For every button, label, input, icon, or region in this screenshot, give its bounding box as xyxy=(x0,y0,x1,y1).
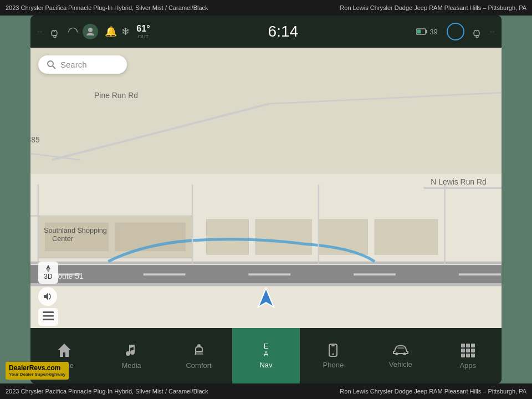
svg-rect-52 xyxy=(331,345,335,346)
svg-rect-44 xyxy=(43,311,54,313)
svg-marker-47 xyxy=(258,288,274,307)
map-display: nia State Route 885 Pine Run Rd N Lewis … xyxy=(30,48,502,328)
bottom-dealer-info-right: Ron Lewis Chrysler Dodge Jeep RAM Pleasa… xyxy=(340,388,526,395)
svg-point-54 xyxy=(403,352,406,355)
svg-point-53 xyxy=(396,352,398,355)
svg-line-40 xyxy=(53,66,55,69)
nav-nav-label: Nav xyxy=(259,361,272,369)
svg-rect-24 xyxy=(206,219,248,254)
current-location-arrow xyxy=(255,287,277,311)
top-info-bar: 2023 Chrysler Pacifica Pinnacle Plug-In … xyxy=(0,0,532,16)
search-icon xyxy=(47,60,56,69)
nav-item-nav[interactable]: E A Nav xyxy=(232,328,299,383)
svg-marker-48 xyxy=(58,344,71,357)
svg-rect-63 xyxy=(471,354,475,357)
bottom-info-bar: 2023 Chrysler Pacifica Pinnacle Plug-In … xyxy=(0,383,532,399)
svg-point-49 xyxy=(197,344,201,347)
svg-text:N Lewis Run Rd: N Lewis Run Rd xyxy=(431,177,486,186)
svg-point-1 xyxy=(88,28,93,32)
svg-point-0 xyxy=(54,35,56,38)
nav-media-label: Media xyxy=(121,361,141,370)
svg-rect-3 xyxy=(426,30,427,33)
svg-rect-4 xyxy=(417,30,421,34)
map-sound-button[interactable] xyxy=(38,287,57,306)
compass-up-icon xyxy=(44,265,53,273)
svg-marker-42 xyxy=(46,268,50,273)
nav-comfort-label: Comfort xyxy=(186,361,211,370)
home-icon xyxy=(57,342,72,358)
map-3d-label: 3D xyxy=(44,273,52,280)
map-menu-button[interactable] xyxy=(38,308,58,326)
svg-rect-57 xyxy=(471,344,475,347)
svg-rect-14 xyxy=(248,273,290,275)
svg-rect-61 xyxy=(461,354,465,357)
nav-item-comfort[interactable]: Comfort xyxy=(165,328,232,383)
svg-rect-11 xyxy=(30,283,502,286)
svg-point-51 xyxy=(332,353,334,355)
map-3d-button[interactable]: 3D xyxy=(38,262,58,284)
svg-marker-43 xyxy=(44,293,48,300)
svg-rect-25 xyxy=(255,219,311,254)
nav-item-phone[interactable]: Phone xyxy=(300,328,367,383)
top-vehicle-info-left: 2023 Chrysler Pacifica Pinnacle Plug-In … xyxy=(6,4,208,11)
seat-heat-left-icon[interactable] xyxy=(47,23,63,40)
nav-vehicle-label: Vehicle xyxy=(389,360,412,369)
comfort-seat-icon xyxy=(191,342,207,358)
svg-text:Pine Run Rd: Pine Run Rd xyxy=(94,91,138,100)
top-dealer-info-right: Ron Lewis Chrysler Dodge Jeep RAM Pleasa… xyxy=(340,4,526,11)
svg-text:Center: Center xyxy=(52,235,73,243)
bottom-vehicle-info-left: 2023 Chrysler Pacifica Pinnacle Plug-In … xyxy=(6,388,208,395)
watermark-logo: DealerRevs.com Your Dealer SuperHighway xyxy=(6,362,69,380)
music-note-icon xyxy=(124,342,139,358)
svg-point-5 xyxy=(476,35,478,38)
map-search-bar[interactable]: Search xyxy=(38,55,127,74)
user-profile-icon[interactable] xyxy=(83,24,98,39)
svg-rect-13 xyxy=(144,273,186,275)
notification-bell-icon[interactable]: 🔔 xyxy=(105,25,117,38)
nav-item-media[interactable]: Media xyxy=(98,328,165,383)
range-display: 39 xyxy=(416,28,437,36)
nav-apps-label: Apps xyxy=(459,361,476,370)
svg-rect-55 xyxy=(461,344,465,347)
svg-rect-10 xyxy=(30,262,502,264)
svg-rect-60 xyxy=(471,349,475,352)
nav-ea-display: E A xyxy=(264,342,269,357)
status-bar: -- ◠ 🔔 ❄ 61° OUT xyxy=(30,16,502,48)
svg-rect-27 xyxy=(375,219,438,254)
car-infotainment-screen: -- ◠ 🔔 ❄ 61° OUT xyxy=(30,16,502,383)
status-circle-indicator xyxy=(447,23,464,40)
climate-fan-icon[interactable]: ❄ xyxy=(121,25,130,38)
hamburger-menu-icon xyxy=(43,311,54,320)
svg-rect-62 xyxy=(466,354,470,357)
svg-rect-16 xyxy=(459,273,501,275)
steering-wheel-icon[interactable]: ◠ xyxy=(68,24,78,39)
nav-phone-label: Phone xyxy=(323,361,344,369)
speaker-icon xyxy=(43,291,53,301)
svg-rect-58 xyxy=(461,349,465,352)
apps-grid-icon xyxy=(460,342,475,358)
svg-point-39 xyxy=(48,61,53,66)
svg-text:Southland Shopping: Southland Shopping xyxy=(44,227,107,234)
phone-icon xyxy=(326,343,340,357)
outside-temp-display: 61° OUT xyxy=(136,24,150,39)
svg-rect-56 xyxy=(466,344,470,347)
bottom-navigation: Home Media Comfort E A Nav xyxy=(30,328,502,383)
svg-rect-46 xyxy=(43,319,54,320)
svg-rect-45 xyxy=(43,315,54,317)
clock-display: 6:14 xyxy=(268,23,299,40)
vehicle-car-icon xyxy=(392,344,409,357)
svg-rect-15 xyxy=(354,273,396,275)
nav-item-apps[interactable]: Apps xyxy=(434,328,502,383)
svg-text:nia State Route 885: nia State Route 885 xyxy=(30,135,40,144)
dealerrevs-watermark: DealerRevs.com Your Dealer SuperHighway xyxy=(6,362,69,380)
nav-item-vehicle[interactable]: Vehicle xyxy=(367,328,434,383)
map-search-label: Search xyxy=(60,60,87,69)
seat-heat-right-icon[interactable] xyxy=(469,23,485,40)
right-dash: -- xyxy=(490,27,495,36)
left-dash: -- xyxy=(37,27,42,36)
svg-rect-59 xyxy=(466,349,470,352)
